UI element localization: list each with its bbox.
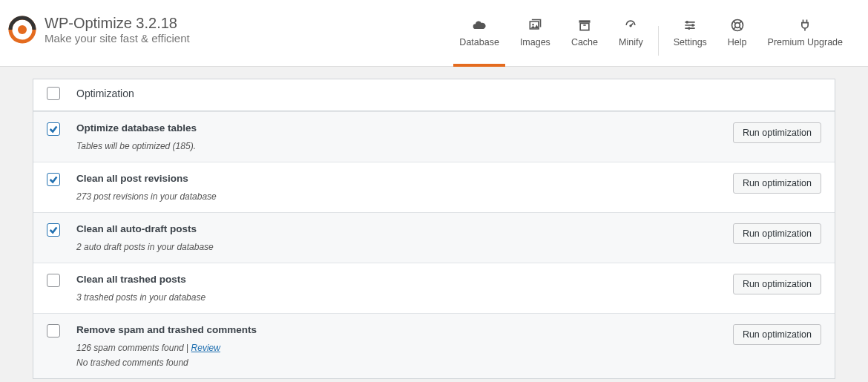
run-optimization-button[interactable]: Run optimization [733,274,821,294]
images-icon [527,18,542,33]
content: Optimization Optimize database tables Ta… [0,67,868,382]
row-title: Clean all trashed posts [76,274,703,285]
tab-help[interactable]: Help [717,7,757,66]
plug-icon [798,18,812,33]
sliders-icon [683,18,697,33]
row-checkbox[interactable] [47,324,60,337]
svg-point-1 [18,25,27,34]
separator: | [184,343,191,353]
wpo-logo-icon [7,15,37,45]
row-checkbox[interactable] [47,173,60,186]
main-tabs: Database Images Cache Minify Settings He… [449,7,853,66]
svg-rect-6 [688,27,691,30]
row-checkbox[interactable] [47,122,60,136]
tab-settings[interactable]: Settings [663,7,717,66]
lifebuoy-icon [730,18,745,33]
optimizations-table: Optimization Optimize database tables Ta… [33,79,835,379]
row-desc: 273 post revisions in your database [76,191,703,202]
row-title: Clean all auto-draft posts [76,223,703,234]
run-optimization-button[interactable]: Run optimization [733,324,821,345]
tab-label: Images [520,37,550,47]
tab-label: Minify [619,37,643,47]
tab-divider [658,26,659,56]
row-checkbox[interactable] [47,274,60,287]
tab-images[interactable]: Images [510,7,561,66]
table-row: Remove spam and trashed comments 126 spa… [33,313,835,378]
run-optimization-button[interactable]: Run optimization [733,173,821,194]
brand-title: WP-Optimize 3.2.18 [45,15,190,32]
review-link[interactable]: Review [191,343,220,353]
gauge-icon [623,18,638,33]
brand-subtitle: Make your site fast & efficient [45,32,190,45]
tab-cache[interactable]: Cache [561,7,608,66]
tab-premium[interactable]: Premium Upgrade [757,7,853,66]
tab-minify[interactable]: Minify [608,7,654,66]
table-header-row: Optimization [33,79,835,111]
tab-label: Premium Upgrade [768,37,843,47]
svg-rect-5 [692,24,694,26]
svg-point-2 [533,24,535,26]
svg-rect-4 [686,21,688,23]
table-row: Clean all post revisions 273 post revisi… [33,162,835,212]
row-checkbox[interactable] [47,223,60,237]
row-desc: Tables will be optimized (185). [76,141,703,151]
tab-label: Cache [571,37,598,47]
table-row: Clean all trashed posts 3 trashed posts … [33,263,835,313]
tab-label: Help [728,37,747,47]
cloud-icon [472,18,487,33]
spam-desc-text: 126 spam comments found [76,343,184,353]
brand: WP-Optimize 3.2.18 Make your site fast &… [7,7,190,45]
row-desc: 2 auto draft posts in your database [76,242,703,252]
row-desc2: No trashed comments found [76,358,703,368]
row-desc: 126 spam comments found | Review [76,343,703,353]
app-header: WP-Optimize 3.2.18 Make your site fast &… [0,0,868,67]
table-row: Optimize database tables Tables will be … [33,111,835,162]
tab-database[interactable]: Database [449,7,510,66]
svg-point-8 [734,23,740,28]
row-desc: 3 trashed posts in your database [76,292,703,303]
select-all-checkbox[interactable] [47,87,60,100]
run-optimization-button[interactable]: Run optimization [733,122,821,143]
table-header-label: Optimization [76,88,134,99]
row-title: Clean all post revisions [76,173,703,184]
archive-icon [577,18,592,33]
tab-label: Settings [674,37,707,47]
run-optimization-button[interactable]: Run optimization [733,223,821,244]
table-row: Clean all auto-draft posts 2 auto draft … [33,212,835,263]
row-title: Remove spam and trashed comments [76,324,703,335]
row-title: Optimize database tables [76,122,703,134]
tab-label: Database [459,37,499,47]
